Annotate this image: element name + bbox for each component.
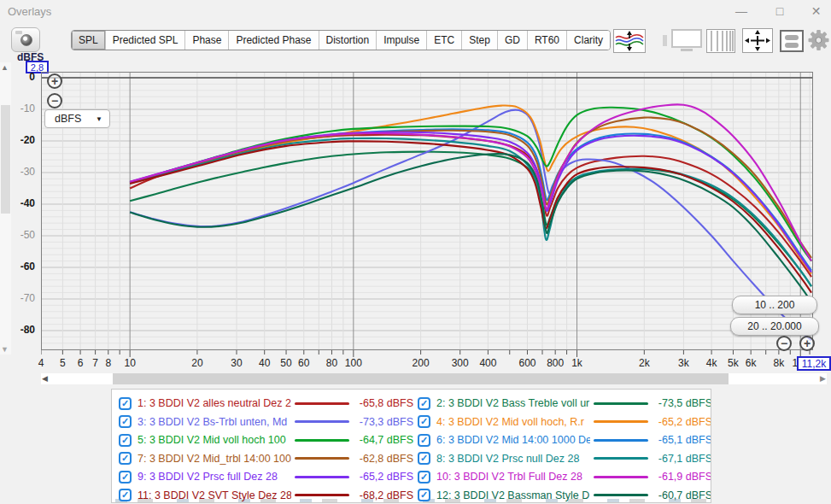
legend-row-1[interactable]: ✓1: 3 BDDI V2 alles neutral Dez 2-65,8 d…: [119, 395, 413, 412]
gear-icon: [806, 27, 831, 53]
horizontal-scrollbar[interactable]: ◀ ▶: [41, 373, 827, 384]
window-title: Overlays: [8, 5, 51, 18]
y-tick-label: -70: [0, 292, 38, 305]
legend-level-value: -64,7 dBFS: [360, 434, 413, 446]
unit-dropdown[interactable]: dBFS ▼: [44, 109, 110, 128]
legend-checkbox-5[interactable]: ✓: [119, 434, 132, 447]
legend-checkbox-2[interactable]: ✓: [418, 397, 430, 410]
tab-impulse[interactable]: Impulse: [377, 31, 427, 50]
tab-distortion[interactable]: Distortion: [319, 31, 377, 50]
legend-color-swatch: [594, 439, 648, 442]
range-20-20000-button[interactable]: 20 .. 20.000: [730, 317, 819, 336]
maximize-button[interactable]: □: [763, 0, 797, 22]
legend-checkbox-8[interactable]: ✓: [418, 452, 430, 465]
legend-label: 7: 3 BDDI V2 Mid_trbl 14:00 100: [138, 453, 291, 465]
y-tick-label: 0: [0, 71, 38, 84]
tab-spl[interactable]: SPL: [72, 31, 106, 50]
tab-gd[interactable]: GD: [498, 31, 528, 50]
legend-row-9[interactable]: ✓9: 3 BDDI V2 Prsc full Dez 28-65,2 dBFS: [119, 468, 413, 485]
align-traces-button[interactable]: [613, 29, 646, 53]
chevron-down-icon: ▼: [96, 115, 102, 123]
scroll-right-icon[interactable]: ▶: [820, 374, 826, 383]
y-tick-label: -20: [0, 134, 38, 147]
minimize-button[interactable]: —: [724, 0, 758, 22]
tab-clarity[interactable]: Clarity: [567, 31, 610, 50]
legend-checkbox-11[interactable]: ✓: [119, 489, 132, 501]
legend-label: 8: 3 BDDI V2 Prsc null Dez 28: [436, 453, 590, 465]
tab-phase[interactable]: Phase: [185, 31, 229, 50]
trace-6: [130, 129, 811, 270]
tab-predicted-spl[interactable]: Predicted SPL: [106, 31, 186, 50]
scroll-left-icon[interactable]: ◀: [42, 374, 48, 383]
unit-dropdown-value: dBFS: [55, 113, 81, 125]
x-tick-label: 100: [338, 357, 369, 369]
x-tick-label: 600: [512, 357, 542, 369]
capture-button[interactable]: [11, 27, 40, 52]
legend-row-5[interactable]: ✓5: 3 BDDI V2 Mid voll hoch 100-64,7 dBF…: [119, 431, 413, 448]
legend-row-2[interactable]: ✓2: 3 BDDI V2 Bass Treble voll ur-73,5 d…: [418, 395, 711, 412]
legend-color-swatch: [295, 457, 349, 460]
y-tick-label: -10: [0, 103, 38, 115]
fullscreen-button[interactable]: [670, 28, 704, 53]
maximize-icon: □: [776, 4, 783, 18]
settings-button[interactable]: [806, 27, 831, 53]
legend-color-swatch: [295, 476, 349, 478]
legend-label: 4: 3 BDDI V2 Mid voll hoch, R.r: [436, 416, 590, 428]
legend-row-4[interactable]: ✓4: 3 BDDI V2 Mid voll hoch, R.r-65,2 dB…: [418, 413, 711, 431]
legend-checkbox-7[interactable]: ✓: [119, 452, 132, 465]
legend-checkbox-3[interactable]: ✓: [119, 415, 132, 428]
x-tick-label: 3k: [668, 357, 699, 369]
legend-label: 12: 3 BDDI V2 Bassman Style D: [436, 489, 590, 501]
x-tick-label: 6k: [735, 357, 766, 369]
legend-label: 10: 3 BDDI V2 Trbl Full Dez 28: [436, 471, 590, 483]
layout-button[interactable]: [780, 30, 804, 52]
legend-row-6[interactable]: ✓6: 3 BDDI V2 Mid 14:00 1000 De-65,1 dBF…: [418, 431, 711, 448]
tab-etc[interactable]: ETC: [427, 31, 462, 50]
plot-area[interactable]: [41, 72, 813, 350]
legend-checkbox-1[interactable]: ✓: [119, 397, 132, 410]
align-traces-icon: [614, 30, 645, 52]
frequency-bands-button[interactable]: [706, 29, 735, 53]
legend-level-value: -65,2 dBFS: [658, 416, 711, 428]
legend-checkbox-4[interactable]: ✓: [418, 415, 430, 428]
legend-color-swatch: [295, 494, 349, 496]
tab-rt60[interactable]: RT60: [528, 31, 567, 50]
legend-row-12[interactable]: ✓12: 3 BDDI V2 Bassman Style D-60,7 dBFS: [418, 487, 711, 504]
horizontal-scrollbar-thumb[interactable]: [113, 373, 729, 384]
legend-row-3[interactable]: ✓3: 3 BDDI V2 Bs-Trbl unten, Md-73,3 dBF…: [119, 413, 413, 431]
smoothing-columns-icon: [707, 30, 734, 52]
legend-row-8[interactable]: ✓8: 3 BDDI V2 Prsc null Dez 28-67,1 dBFS: [418, 450, 711, 467]
legend-checkbox-12[interactable]: ✓: [418, 489, 430, 501]
legend-row-11[interactable]: ✓11: 3 BDDI V2 SVT Style Dez 28-68,2 dBF…: [119, 487, 413, 504]
legend-row-7[interactable]: ✓7: 3 BDDI V2 Mid_trbl 14:00 100-62,8 dB…: [119, 450, 413, 467]
x-tick-label: 400: [472, 357, 503, 369]
zoom-in-x-button[interactable]: +: [799, 336, 815, 351]
legend-label: 11: 3 BDDI V2 SVT Style Dez 28: [138, 489, 291, 501]
pan-zoom-button[interactable]: [742, 28, 773, 53]
trace-8: [130, 138, 811, 286]
legend-level-value: -62,8 dBFS: [360, 453, 413, 465]
legend-color-swatch: [594, 420, 648, 423]
legend-label: 1: 3 BDDI V2 alles neutral Dez 2: [138, 397, 291, 409]
scroll-down-icon[interactable]: ▼: [1, 345, 9, 354]
legend-checkbox-9[interactable]: ✓: [119, 471, 132, 483]
legend-level-value: -61,9 dBFS: [658, 471, 711, 483]
legend-label: 9: 3 BDDI V2 Prsc full Dez 28: [138, 471, 291, 483]
zoom-out-x-button[interactable]: −: [776, 336, 792, 351]
monitor-side-bar-icon: [663, 35, 667, 46]
tab-step[interactable]: Step: [462, 31, 498, 50]
legend-level-value: -67,1 dBFS: [658, 453, 711, 465]
legend-color-swatch: [594, 457, 648, 460]
legend-checkbox-10[interactable]: ✓: [418, 471, 430, 483]
legend-label: 3: 3 BDDI V2 Bs-Trbl unten, Md: [138, 416, 291, 428]
tab-predicted-phase[interactable]: Predicted Phase: [229, 31, 319, 50]
x-tick-label: 30: [221, 357, 252, 369]
close-button[interactable]: ✕: [801, 0, 831, 22]
legend-checkbox-6[interactable]: ✓: [418, 434, 430, 447]
zoom-in-y-button[interactable]: +: [47, 73, 62, 89]
legend-level-value: -73,3 dBFS: [360, 416, 413, 428]
zoom-out-y-button[interactable]: −: [47, 93, 62, 108]
y-tick-label: -40: [0, 197, 38, 210]
legend-row-10[interactable]: ✓10: 3 BDDI V2 Trbl Full Dez 28-61,9 dBF…: [418, 468, 711, 485]
range-10-200-button[interactable]: 10 .. 200: [732, 296, 817, 314]
